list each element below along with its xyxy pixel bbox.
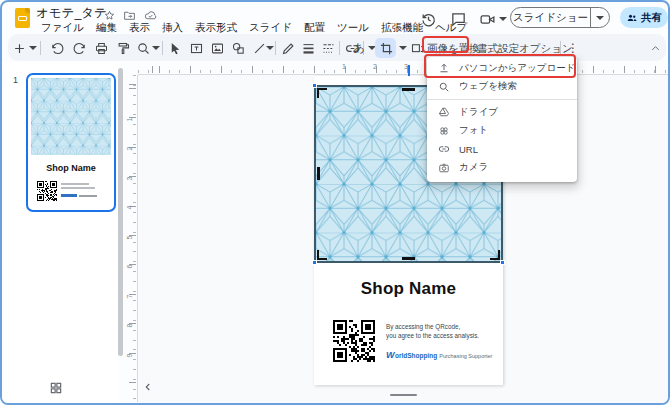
toolbar-more-button[interactable]: ⋮ [564, 39, 582, 57]
search-icon [438, 81, 450, 93]
menu-item-camera[interactable]: カメラ [427, 159, 577, 178]
text-options-button[interactable]: あ [352, 39, 366, 57]
menu-slide[interactable]: スライド [243, 21, 298, 34]
version-history-icon[interactable] [420, 11, 437, 28]
toolbar-divider [339, 41, 340, 55]
slideshow-button[interactable]: スライドショー [510, 7, 610, 28]
meet-camera-icon[interactable] [479, 11, 496, 28]
filmstrip-scrollbar[interactable] [118, 68, 123, 356]
crop-handle-bottom-left[interactable] [317, 250, 327, 260]
menu-file[interactable]: ファイル [35, 21, 90, 34]
replace-image-button[interactable]: 画像を置換 [427, 40, 480, 56]
thumbnail-text-line [61, 187, 95, 189]
slide-number: 1 [13, 75, 18, 85]
speaker-notes-handle[interactable] [390, 394, 417, 396]
drive-icon [438, 106, 450, 118]
menu-insert[interactable]: 挿入 [156, 21, 189, 34]
thumbnail-text-line [61, 183, 89, 185]
worldshopping-w-mark: W [386, 350, 395, 360]
resize-handle-bottom-right[interactable] [500, 260, 505, 265]
crop-handle-left[interactable] [317, 167, 320, 180]
menu-item-url[interactable]: URL [427, 140, 577, 159]
redo-button[interactable] [70, 39, 88, 57]
people-icon [626, 12, 638, 24]
upload-icon [438, 62, 450, 74]
thumbnail-qr-code [37, 181, 57, 201]
crop-handle-top[interactable] [402, 88, 415, 91]
menu-tools[interactable]: ツール [331, 21, 375, 34]
menu-arrange[interactable]: 配置 [298, 21, 331, 34]
toolbar-divider [275, 41, 276, 55]
menu-format[interactable]: 表示形式 [189, 21, 243, 34]
crop-handle-bottom-right[interactable] [490, 250, 500, 260]
replace-image-icon-button[interactable] [408, 39, 426, 57]
crop-caret-icon[interactable] [399, 46, 407, 50]
crop-button[interactable] [377, 39, 395, 57]
menu-bar: ファイル 編集 表示 挿入 表示形式 スライド 配置 ツール 拡張機能 ヘルプ [35, 21, 473, 34]
horizontal-ruler: 1 2 3 [138, 64, 670, 75]
new-slide-caret-icon[interactable] [29, 46, 37, 50]
meet-caret-icon[interactable] [499, 17, 507, 21]
qr-disclaimer-text[interactable]: By accessing the QRcode, you agree to th… [386, 323, 479, 340]
share-button[interactable]: 共有 [620, 7, 668, 28]
crop-handle-top-left[interactable] [317, 88, 327, 98]
zoom-button[interactable] [134, 39, 152, 57]
crop-handle-bottom[interactable] [402, 257, 415, 260]
paint-format-button[interactable] [114, 39, 132, 57]
shop-name-text[interactable]: Shop Name [314, 279, 503, 299]
undo-button[interactable] [48, 39, 66, 57]
comments-icon[interactable] [450, 11, 467, 28]
collapse-toolbar-icon[interactable] [646, 39, 664, 57]
worldshopping-logo[interactable]: WorldShopping Purchasing Supporter [386, 350, 492, 360]
text-box-button[interactable] [187, 39, 205, 57]
qr-code[interactable] [333, 320, 375, 362]
menu-view[interactable]: 表示 [123, 21, 156, 34]
zoom-caret-icon[interactable] [152, 46, 160, 50]
slide-thumbnail[interactable]: Shop Name [26, 73, 116, 212]
format-options-button[interactable]: 書式設定オプション [477, 40, 573, 56]
insert-image-button[interactable] [208, 39, 226, 57]
toolbar-divider [40, 41, 41, 55]
border-color-button[interactable] [279, 39, 297, 57]
link-icon [438, 143, 450, 155]
thumbnail-logo-mark [61, 194, 77, 197]
document-title[interactable]: オモテ_タテ [36, 5, 107, 22]
border-dash-button[interactable] [319, 39, 337, 57]
thumbnail-pattern-image [31, 78, 111, 155]
slideshow-caret-icon[interactable] [591, 16, 609, 20]
replace-image-dropdown-menu: パソコンからアップロード ウェブを検索 ドライブ フォト URL カメラ [427, 57, 577, 182]
new-slide-button[interactable] [10, 39, 28, 57]
menu-divider [427, 99, 577, 100]
vertical-ruler: 1 2 3 4 5 6 7 8 9 [124, 75, 138, 402]
line-caret-icon[interactable] [266, 46, 274, 50]
menu-item-drive[interactable]: ドライブ [427, 103, 577, 122]
shapes-button[interactable] [229, 39, 247, 57]
camera-icon [438, 162, 450, 174]
toolbar-divider [162, 41, 163, 55]
resize-handle-top-left[interactable] [312, 83, 317, 88]
slides-logo-icon[interactable] [15, 8, 30, 28]
menu-item-search-web[interactable]: ウェブを検索 [427, 78, 577, 97]
menu-edit[interactable]: 編集 [90, 21, 123, 34]
photos-icon [438, 125, 450, 137]
print-button[interactable] [92, 39, 110, 57]
menu-item-upload-from-computer[interactable]: パソコンからアップロード [427, 59, 577, 78]
thumbnail-logo-text [79, 195, 97, 197]
google-slides-window: オモテ_タテ ファイル 編集 表示 挿入 表示形式 スライド 配置 ツール 拡張… [0, 0, 670, 405]
resize-handle-bottom-left[interactable] [312, 260, 317, 265]
collapse-filmstrip-icon[interactable] [142, 381, 154, 393]
border-weight-button[interactable] [299, 39, 317, 57]
toolbar-divider [560, 41, 561, 55]
menu-item-photos[interactable]: フォト [427, 122, 577, 141]
thumbnail-shop-name: Shop Name [28, 163, 114, 173]
grid-view-button[interactable] [49, 381, 63, 395]
select-cursor-button[interactable] [166, 39, 184, 57]
